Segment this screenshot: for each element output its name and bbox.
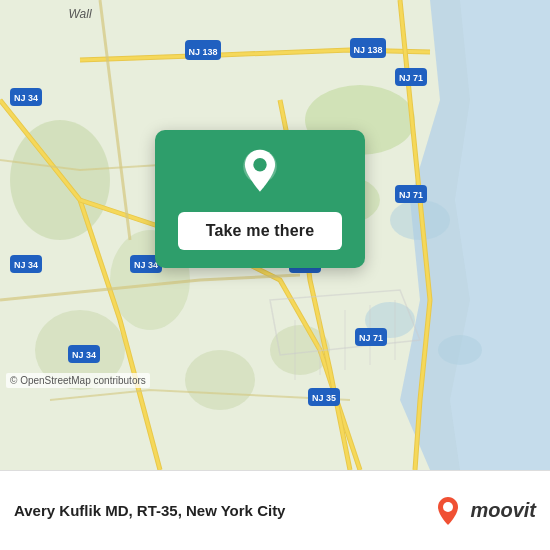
svg-point-7 bbox=[438, 335, 482, 365]
svg-text:NJ 34: NJ 34 bbox=[134, 260, 158, 270]
svg-text:NJ 34: NJ 34 bbox=[72, 350, 96, 360]
svg-text:NJ 71: NJ 71 bbox=[399, 190, 423, 200]
svg-point-38 bbox=[443, 502, 453, 512]
location-card: Take me there bbox=[155, 130, 365, 268]
location-title: Avery Kuflik MD, RT-35, New York City bbox=[14, 501, 285, 521]
bottom-bar: Avery Kuflik MD, RT-35, New York City mo… bbox=[0, 470, 550, 550]
svg-text:NJ 138: NJ 138 bbox=[188, 47, 217, 57]
svg-text:NJ 34: NJ 34 bbox=[14, 260, 38, 270]
svg-text:NJ 138: NJ 138 bbox=[353, 45, 382, 55]
map-container: NJ 138 NJ 138 NJ 34 NJ 34 NJ 34 NJ 34 NJ… bbox=[0, 0, 550, 470]
svg-point-8 bbox=[10, 120, 110, 240]
moovit-logo: moovit bbox=[432, 495, 536, 527]
svg-text:Wall: Wall bbox=[68, 7, 91, 21]
take-me-there-button[interactable]: Take me there bbox=[178, 212, 343, 250]
svg-text:NJ 71: NJ 71 bbox=[359, 333, 383, 343]
svg-text:NJ 34: NJ 34 bbox=[14, 93, 38, 103]
svg-text:NJ 71: NJ 71 bbox=[399, 73, 423, 83]
location-pin-icon bbox=[234, 148, 286, 200]
svg-text:NJ 35: NJ 35 bbox=[312, 393, 336, 403]
moovit-logo-icon bbox=[432, 495, 464, 527]
svg-point-11 bbox=[185, 350, 255, 410]
moovit-brand-text: moovit bbox=[470, 499, 536, 522]
svg-point-37 bbox=[253, 158, 266, 171]
map-attribution: © OpenStreetMap contributors bbox=[6, 373, 150, 388]
